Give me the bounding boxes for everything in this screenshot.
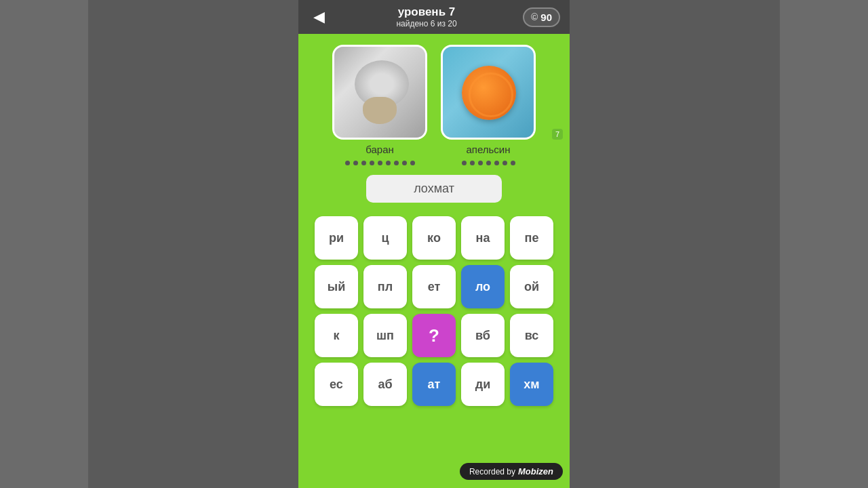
orange-label: апельсин [466,144,510,155]
recorded-badge: Recorded by Mobizen [460,463,563,480]
letter-btn-11[interactable]: шп [363,314,407,357]
coins-icon: © [531,12,538,22]
mobizen-label: Mobizen [518,466,553,476]
letter-btn-17[interactable]: ат [412,363,456,406]
dot [386,161,391,165]
right-side-panel [570,0,780,488]
dot [462,161,467,165]
dot [370,161,374,165]
letter-btn-15[interactable]: ес [315,363,358,406]
dot [494,161,499,165]
header-center: уровень 7 найдено 6 из 20 [396,5,456,28]
dot [394,161,399,165]
dot [361,161,366,165]
answer-bar: лохмат [366,175,502,203]
letter-btn-14[interactable]: вс [510,314,553,357]
orange-circle [462,66,516,120]
images-row: баран апельсин [319,45,549,165]
letter-btn-12[interactable]: ? [412,314,456,357]
dot [410,161,415,165]
letter-btn-7[interactable]: ет [412,265,456,308]
image-card-sheep: баран [332,45,427,165]
watermark: 7 [552,129,563,140]
letter-btn-18[interactable]: ди [461,363,505,406]
letter-btn-13[interactable]: вб [461,314,505,357]
left-side-panel [88,0,298,488]
letter-grid: рицконапеыйплетлоойкшп?вбвсесабатдихм [315,216,553,406]
letter-btn-4[interactable]: пе [510,216,553,260]
orange-image [443,47,534,138]
letter-btn-0[interactable]: ри [315,216,358,260]
coins-value: 90 [540,12,552,23]
found-count: найдено 6 из 20 [396,19,456,28]
dot [378,161,382,165]
dot [345,161,350,165]
main-app: ◀ уровень 7 найдено 6 из 20 © 90 баран [298,0,570,488]
sheep-face [363,97,397,124]
dot [502,161,507,165]
letter-btn-2[interactable]: ко [412,216,456,260]
letter-btn-9[interactable]: ой [510,265,553,308]
sheep-dots [345,161,415,165]
coins-badge: © 90 [523,7,560,27]
sheep-image-frame [332,45,427,140]
dot [511,161,515,165]
back-button[interactable]: ◀ [308,5,330,28]
dot [478,161,483,165]
image-card-orange: апельсин [441,45,536,165]
letter-btn-5[interactable]: ый [315,265,358,308]
sheep-image [334,47,425,138]
orange-image-frame [441,45,536,140]
letter-btn-3[interactable]: на [461,216,505,260]
orange-dots [462,161,515,165]
letter-btn-16[interactable]: аб [363,363,407,406]
letter-btn-19[interactable]: хм [510,363,553,406]
letter-btn-8[interactable]: ло [461,265,505,308]
sheep-label: баран [366,144,394,155]
recorded-label: Recorded by [469,467,515,476]
letter-btn-10[interactable]: к [315,314,358,357]
dot [402,161,407,165]
header: ◀ уровень 7 найдено 6 из 20 © 90 [298,0,570,34]
level-title: уровень 7 [396,5,456,19]
letter-btn-6[interactable]: пл [363,265,407,308]
letter-btn-1[interactable]: ц [363,216,407,260]
dot [353,161,358,165]
dot [486,161,491,165]
dot [470,161,475,165]
